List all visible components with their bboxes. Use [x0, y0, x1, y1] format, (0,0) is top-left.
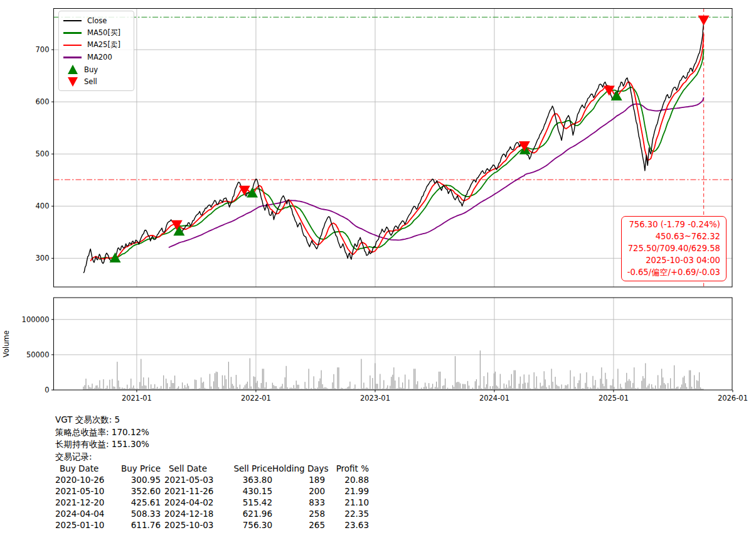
trade-table-body: 2020-10-26300.952021-05-03363.8018920.88…	[55, 474, 369, 531]
trade-row: 2021-12-20425.612024-04-02515.4283321.10	[55, 497, 369, 508]
legend-item-buy: Buy	[63, 63, 130, 76]
svg-text:600: 600	[36, 97, 50, 106]
trade-cell: 2024-04-02	[164, 497, 227, 508]
svg-text:2023-01: 2023-01	[360, 394, 390, 403]
legend-item-sell: Sell	[63, 76, 130, 89]
trade-cell: 2020-10-26	[55, 474, 118, 485]
sell-marker-icon	[698, 16, 710, 26]
col-buy-date: Buy Date	[55, 463, 118, 474]
col-holding-days: Holding Days	[272, 463, 325, 474]
buyhold-return-line: 长期持有收益: 151.30%	[55, 438, 369, 451]
legend-item-close: Close	[63, 14, 130, 27]
trade-row: 2024-04-04508.332024-12-18621.9625822.35	[55, 508, 369, 519]
buy-markers	[110, 90, 622, 262]
trade-cell: 515.42	[227, 497, 272, 508]
legend-item-ma50: MA50[买]	[63, 27, 130, 40]
trade-cell: 2025-01-10	[55, 519, 118, 531]
ma200-line-swatch	[63, 57, 82, 58]
buy-triangle-icon	[68, 65, 78, 74]
trade-count-line: VGT 交易次数: 5	[55, 414, 369, 426]
trade-cell: 621.96	[227, 508, 272, 519]
svg-text:0: 0	[45, 386, 49, 394]
sell-markers	[171, 16, 710, 230]
trade-table-header: Buy DateBuy PriceSell DateSell PriceHold…	[55, 463, 369, 474]
svg-text:500: 500	[36, 149, 50, 158]
trade-cell: 2021-05-03	[164, 474, 227, 485]
trade-cell: 833	[272, 497, 325, 508]
col-profit-pct: Profit %	[325, 463, 369, 474]
legend-label: Sell	[84, 77, 97, 86]
trade-cell: 20.88	[325, 474, 369, 485]
trade-cell: 2021-12-20	[55, 497, 118, 508]
col-buy-price: Buy Price	[118, 463, 161, 474]
volume-bars	[83, 350, 703, 390]
trade-cell: 265	[272, 519, 325, 531]
legend-label: MA50[买]	[87, 28, 120, 38]
trade-row: 2020-10-26300.952021-05-03363.8018920.88	[55, 474, 369, 485]
trade-cell: 430.15	[227, 485, 272, 497]
trade-cell: 2024-04-04	[55, 508, 118, 519]
trade-cell: 352.60	[118, 485, 161, 497]
svg-text:700: 700	[36, 45, 50, 54]
figure-canvas: 3004005006007000500001000002021-012022-0…	[0, 0, 756, 535]
trade-cell: 23.63	[325, 519, 369, 531]
trade-row: 2021-05-10352.602021-11-26430.1520021.99	[55, 485, 369, 497]
ma25-line-swatch	[63, 45, 82, 46]
svg-text:2025-01: 2025-01	[599, 394, 629, 403]
trade-cell: 611.76	[118, 519, 161, 531]
ma50-line-swatch	[63, 32, 82, 34]
svg-text:2024-01: 2024-01	[479, 394, 509, 403]
legend-label: MA200	[87, 53, 112, 62]
legend-label: MA25[卖]	[87, 40, 120, 50]
trade-cell: 21.99	[325, 485, 369, 497]
trade-cell: 2021-05-10	[55, 485, 118, 497]
svg-text:2026-01: 2026-01	[718, 394, 748, 403]
trade-cell: 21.10	[325, 497, 369, 508]
legend-item-ma25: MA25[卖]	[63, 39, 130, 51]
trade-cell: 756.30	[227, 519, 272, 531]
col-sell-date: Sell Date	[164, 463, 227, 474]
price-annotation: 756.30 (-1.79 -0.24%) 450.63~762.32 725.…	[621, 216, 727, 281]
strategy-return-line: 策略总收益率: 170.12%	[55, 426, 369, 439]
legend-label: Close	[87, 16, 107, 25]
trade-table: Buy DateBuy PriceSell DateSell PriceHold…	[55, 463, 369, 531]
col-sell-price: Sell Price	[227, 463, 272, 474]
svg-text:300: 300	[36, 254, 50, 262]
trade-cell: 189	[272, 474, 325, 485]
legend-label: Buy	[84, 65, 98, 74]
svg-text:400: 400	[36, 202, 50, 210]
svg-text:2022-01: 2022-01	[241, 394, 271, 403]
trade-cell: 200	[272, 485, 325, 497]
svg-text:50000: 50000	[26, 350, 50, 359]
trade-cell: 425.61	[118, 497, 161, 508]
trade-summary: VGT 交易次数: 5 策略总收益率: 170.12% 长期持有收益: 151.…	[55, 414, 369, 531]
trade-cell: 2024-12-18	[164, 508, 227, 519]
sell-triangle-icon	[68, 77, 78, 87]
chart-legend: CloseMA50[买]MA25[卖]MA200BuySell	[58, 11, 134, 91]
svg-text:100000: 100000	[22, 315, 50, 324]
legend-item-ma200: MA200	[63, 51, 130, 64]
close-line-swatch	[63, 20, 82, 22]
trade-row: 2025-01-10611.762025-10-03756.3026523.63	[55, 519, 369, 531]
trade-cell: 363.80	[227, 474, 272, 485]
volume-axis-label: Volume	[2, 330, 11, 357]
svg-text:2021-01: 2021-01	[122, 394, 152, 403]
trade-cell: 300.95	[118, 474, 161, 485]
trade-cell: 2021-11-26	[164, 485, 227, 497]
trade-cell: 258	[272, 508, 325, 519]
trade-cell: 508.33	[118, 508, 161, 519]
trade-cell: 22.35	[325, 508, 369, 519]
trade-cell: 2025-10-03	[164, 519, 227, 531]
trade-records-label: 交易记录:	[55, 451, 369, 463]
